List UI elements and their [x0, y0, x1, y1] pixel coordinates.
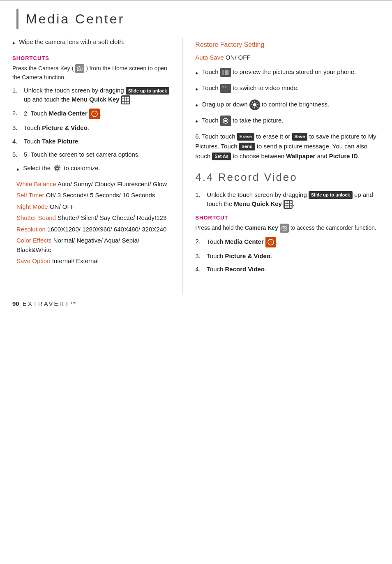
- step6-wallpaper: Wallpaper: [286, 153, 315, 159]
- header-accent-bar: [16, 9, 18, 29]
- page-header: Media Center: [0, 0, 392, 33]
- page-container: Media Center • Wipe the camera lens with…: [0, 0, 392, 564]
- step3: 3. Touch Picture & Video.: [12, 123, 174, 133]
- bullet-dot-5: •: [195, 100, 198, 111]
- auto-save-row: Auto Save ON/ OFF: [195, 53, 380, 62]
- brightness-text-1: Drag up or down: [202, 100, 248, 107]
- bullet-select-gear: • Select the to customize.: [16, 164, 174, 176]
- night-mode-option: Night Mode ON/ OFF: [16, 202, 174, 212]
- restore-factory-heading: Restore Factory Setting: [195, 40, 380, 50]
- svg-rect-0: [77, 67, 82, 71]
- save-option-label: Save Option: [16, 257, 51, 264]
- svg-point-6: [56, 167, 58, 170]
- shortcut-text-2: to access the camcorder function.: [291, 224, 376, 231]
- section-44-title: 4.4 Record Video: [195, 169, 380, 185]
- bullet-shutter-text: Touch to take the picture.: [202, 116, 380, 126]
- rv-step2-bold: Media Center: [225, 238, 264, 245]
- step4-text: Touch Take Picture.: [24, 137, 174, 146]
- menu-quick-key-icon-2: [284, 200, 293, 209]
- step2-bold: Media Center: [49, 110, 88, 117]
- step4-bold: Take Picture: [42, 138, 78, 145]
- camera-key-icon-2: [280, 224, 289, 233]
- shortcut-heading-rv: SHORTCUT: [195, 214, 380, 222]
- brightness-text-2: to control the brightness.: [262, 100, 329, 107]
- footer-page-number: 90: [12, 299, 19, 309]
- shutter-text-1: Touch: [202, 116, 219, 123]
- bullet-shutter: • Touch to take the picture.: [195, 116, 380, 127]
- step3-text: Touch Picture & Video.: [24, 123, 174, 133]
- svg-rect-28: [224, 118, 226, 118]
- resolution-values: 1600X1200/ 1280X960/ 640X480/ 320X240: [47, 226, 166, 233]
- step6-picture-id: Picture ID: [329, 153, 358, 159]
- rv-step4-number: 4.: [195, 265, 207, 274]
- bullet-dot-2: •: [16, 164, 19, 176]
- bullet-wipe-lens-text: Wipe the camera lens with a soft cloth.: [19, 37, 174, 47]
- rv-step1-menu-quick-key: Menu Quick Key: [234, 200, 282, 207]
- step6-text2: to erase it or: [256, 133, 290, 140]
- white-balance-option: White Balance Auto/ Sunny/ Cloudy/ Fluor…: [16, 180, 174, 189]
- slide-unlock-badge-2: Slide up to unlock: [309, 191, 353, 199]
- svg-rect-31: [283, 226, 284, 227]
- shutter-sound-option: Shutter Sound Shutter/ Silent/ Say Cheez…: [16, 213, 174, 223]
- rv-step3-number: 3.: [195, 252, 207, 261]
- shortcut-camera-key: Camera Key: [245, 224, 278, 231]
- step1-number: 1.: [12, 86, 24, 95]
- step3-bold: Picture & Video: [42, 124, 88, 131]
- step4-number: 4.: [12, 137, 24, 146]
- rv-step4-bold: Record Video: [225, 266, 265, 273]
- bullet-select-1: Select the: [23, 164, 51, 171]
- night-mode-values: ON/ OFF: [50, 203, 75, 210]
- shortcut-paragraph-rv: Press and hold the Camera Key to access …: [195, 224, 380, 233]
- bullet-preview: • Touch to preview the pictures stored o…: [195, 67, 380, 79]
- footer-brand-name: Extravert™: [23, 299, 78, 309]
- step5-number: 5.: [12, 150, 24, 159]
- rv-step1-number: 1.: [195, 190, 207, 200]
- rv-step3-bold: Picture & Video: [225, 252, 271, 259]
- shortcuts-paragraph: Press the Camera Key ( ) from the Home s…: [12, 64, 174, 82]
- step2: 2. 2. Touch Media Center .: [12, 109, 174, 119]
- svg-rect-11: [228, 70, 229, 75]
- step2-prefix: 2. Touch: [24, 110, 47, 117]
- media-center-icon-2: [265, 237, 276, 247]
- shutter-sound-label: Shutter Sound: [16, 214, 56, 221]
- erase-badge: Erase: [237, 133, 254, 141]
- svg-point-5: [94, 113, 95, 115]
- white-balance-label: White Balance: [16, 180, 56, 187]
- night-mode-label: Night Mode: [16, 203, 48, 210]
- preview-icon: [220, 68, 231, 77]
- brightness-icon: [249, 99, 260, 110]
- bullet-video: • Touch to switch to video mode.: [195, 83, 380, 95]
- save-option-values: Internal/ External: [52, 257, 99, 264]
- preview-text-1: Touch: [202, 68, 219, 75]
- svg-point-30: [283, 227, 285, 229]
- svg-point-1: [79, 68, 81, 70]
- step2-text: 2. Touch Media Center .: [24, 109, 174, 119]
- rv-step2-number: 2.: [195, 237, 207, 246]
- step1-menu-quick-key: Menu Quick Key: [71, 96, 120, 103]
- menu-quick-key-icon-1: [121, 95, 130, 104]
- rv-step1-text: Unlock the touch screen by dragging Slid…: [207, 190, 380, 209]
- auto-save-label: Auto Save: [195, 54, 224, 61]
- shortcuts-heading: SHORTCUTS: [12, 54, 174, 62]
- bullet-preview-text: Touch to preview the pictures stored on …: [202, 67, 380, 77]
- svg-line-21: [252, 102, 253, 103]
- self-timer-label: Self Timer: [16, 192, 44, 199]
- svg-line-23: [256, 102, 257, 103]
- svg-line-22: [256, 106, 257, 107]
- right-column: Restore Factory Setting Auto Save ON/ OF…: [183, 37, 380, 295]
- step1-suffix: up and touch the: [24, 96, 71, 103]
- rv-step3: 3. Touch Picture & Video.: [195, 252, 380, 261]
- bullet-video-text: Touch to switch to video mode.: [202, 83, 380, 93]
- bullet-select-text: Select the to customize.: [23, 164, 174, 173]
- self-timer-values: Off/ 3 Seconds/ 5 Seconds/ 10 Seconds: [46, 192, 155, 199]
- save-badge: Save: [292, 133, 308, 141]
- camera-key-icon: [75, 64, 84, 73]
- svg-rect-10: [225, 70, 228, 75]
- svg-point-27: [224, 120, 227, 122]
- step2-number: 2.: [12, 109, 24, 118]
- rv-step1: 1. Unlock the touch screen by dragging S…: [195, 190, 380, 209]
- svg-point-14: [222, 86, 224, 88]
- rv-step3-text: Touch Picture & Video.: [207, 252, 380, 261]
- settings-gear-icon: [52, 164, 62, 173]
- svg-point-16: [253, 103, 256, 106]
